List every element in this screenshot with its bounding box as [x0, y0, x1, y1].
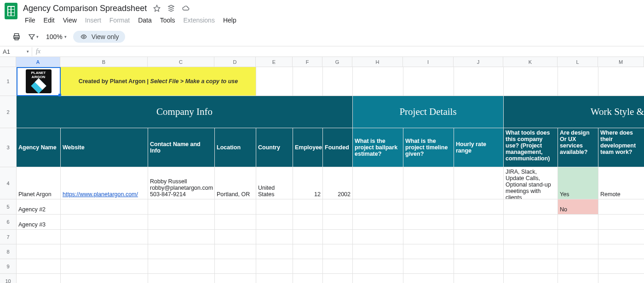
row-head-6[interactable]: 6: [0, 215, 17, 230]
view-only-chip[interactable]: View only: [73, 31, 126, 43]
cell-K5[interactable]: [504, 199, 558, 215]
cell[interactable]: [598, 230, 644, 244]
menu-file[interactable]: File: [21, 15, 39, 26]
cell[interactable]: [61, 274, 148, 283]
cell-E4[interactable]: United States: [256, 167, 293, 199]
cell[interactable]: [61, 259, 148, 274]
cell[interactable]: [558, 244, 598, 259]
cell-G6[interactable]: [323, 215, 353, 230]
cell[interactable]: [598, 274, 644, 283]
cell-M5[interactable]: [598, 199, 644, 215]
row-head-3[interactable]: 3: [0, 128, 17, 167]
menu-edit[interactable]: Edit: [40, 15, 58, 26]
cell-F5[interactable]: [293, 199, 323, 215]
cell[interactable]: [558, 259, 598, 274]
cell[interactable]: [353, 67, 403, 96]
hdr-website[interactable]: Website: [61, 128, 148, 167]
zoom-select[interactable]: 100% ▾: [43, 33, 69, 40]
cell[interactable]: [598, 244, 644, 259]
cell-E5[interactable]: [256, 199, 293, 215]
cell-A1-logo[interactable]: PLANETARGON: [17, 67, 61, 96]
cell[interactable]: [403, 259, 454, 274]
cell[interactable]: [256, 67, 293, 96]
cell-L5[interactable]: No: [558, 199, 598, 215]
cell[interactable]: [215, 244, 256, 259]
menu-help[interactable]: Help: [219, 15, 240, 26]
cell[interactable]: [256, 274, 293, 283]
cell[interactable]: [598, 67, 644, 96]
cell-C5[interactable]: [148, 199, 215, 215]
hdr-tools[interactable]: What tools does this company use? (Proje…: [504, 128, 558, 167]
cell[interactable]: [403, 274, 454, 283]
cell[interactable]: [454, 259, 504, 274]
cell-E6[interactable]: [256, 215, 293, 230]
cell[interactable]: [598, 259, 644, 274]
cloud-status-icon[interactable]: [182, 5, 190, 12]
cell[interactable]: [323, 259, 353, 274]
cell-J5[interactable]: [454, 199, 504, 215]
cell[interactable]: [353, 259, 403, 274]
col-head-D[interactable]: D: [214, 57, 256, 67]
section-work-style[interactable]: Work Style &: [504, 96, 644, 128]
col-head-C[interactable]: C: [148, 57, 214, 67]
cell-H5[interactable]: [353, 199, 403, 215]
hdr-ballpark[interactable]: What is the project ballpark estimate?: [353, 128, 403, 167]
col-head-B[interactable]: B: [60, 57, 148, 67]
menu-data[interactable]: Data: [134, 15, 155, 26]
cell-B6[interactable]: [61, 215, 148, 230]
cell[interactable]: [215, 274, 256, 283]
cell[interactable]: [17, 259, 61, 274]
print-button[interactable]: [10, 30, 23, 43]
cell[interactable]: [17, 274, 61, 283]
website-link[interactable]: https://www.planetargon.com/: [63, 191, 138, 198]
cell[interactable]: [323, 274, 353, 283]
name-box[interactable]: A1 ▾: [0, 47, 32, 56]
row-head-10[interactable]: 10: [0, 274, 17, 283]
cell[interactable]: [148, 230, 215, 244]
row-head-4[interactable]: 4: [0, 167, 17, 199]
document-title[interactable]: Agency Comparison Spreadsheet: [21, 3, 149, 14]
cell-A5[interactable]: Agency #2: [17, 199, 61, 215]
cell[interactable]: [293, 259, 323, 274]
cell-K6[interactable]: [504, 215, 558, 230]
row-head-5[interactable]: 5: [0, 199, 17, 215]
cell[interactable]: [215, 259, 256, 274]
cell[interactable]: [558, 274, 598, 283]
cell[interactable]: [353, 230, 403, 244]
cell[interactable]: [454, 244, 504, 259]
cell-G4[interactable]: 2002: [323, 167, 353, 199]
col-head-I[interactable]: I: [403, 57, 454, 67]
cell[interactable]: [61, 244, 148, 259]
cell[interactable]: [323, 230, 353, 244]
cell-D6[interactable]: [215, 215, 256, 230]
cell-B5[interactable]: [61, 199, 148, 215]
row-head-2[interactable]: 2: [0, 96, 17, 128]
sheets-logo[interactable]: [5, 3, 17, 19]
hdr-country[interactable]: Country: [256, 128, 293, 167]
cell[interactable]: [454, 274, 504, 283]
cell[interactable]: [293, 244, 323, 259]
cell[interactable]: [403, 67, 454, 96]
cell[interactable]: [323, 244, 353, 259]
cell[interactable]: [148, 259, 215, 274]
cell[interactable]: [504, 230, 558, 244]
cell[interactable]: [504, 274, 558, 283]
cell[interactable]: [558, 67, 598, 96]
cell[interactable]: [353, 244, 403, 259]
cell[interactable]: [353, 274, 403, 283]
cell[interactable]: [558, 230, 598, 244]
cell[interactable]: [403, 230, 454, 244]
grid[interactable]: 1 2 3 4 5 6 7 8 9 10 PLANETARGON Created…: [0, 67, 644, 283]
hdr-agency[interactable]: Agency Name: [17, 128, 61, 167]
cell-D4[interactable]: Portland, OR: [215, 167, 256, 199]
cell[interactable]: [256, 259, 293, 274]
cell-J4[interactable]: [454, 167, 504, 199]
cell-H4[interactable]: [353, 167, 403, 199]
cell[interactable]: [454, 230, 504, 244]
cell[interactable]: [256, 244, 293, 259]
filter-button[interactable]: ▾: [27, 30, 40, 43]
hdr-design[interactable]: Are design Or UX services available?: [558, 128, 598, 167]
col-head-H[interactable]: H: [352, 57, 403, 67]
cell-A6[interactable]: Agency #3: [17, 215, 61, 230]
select-all-corner[interactable]: [0, 57, 16, 67]
